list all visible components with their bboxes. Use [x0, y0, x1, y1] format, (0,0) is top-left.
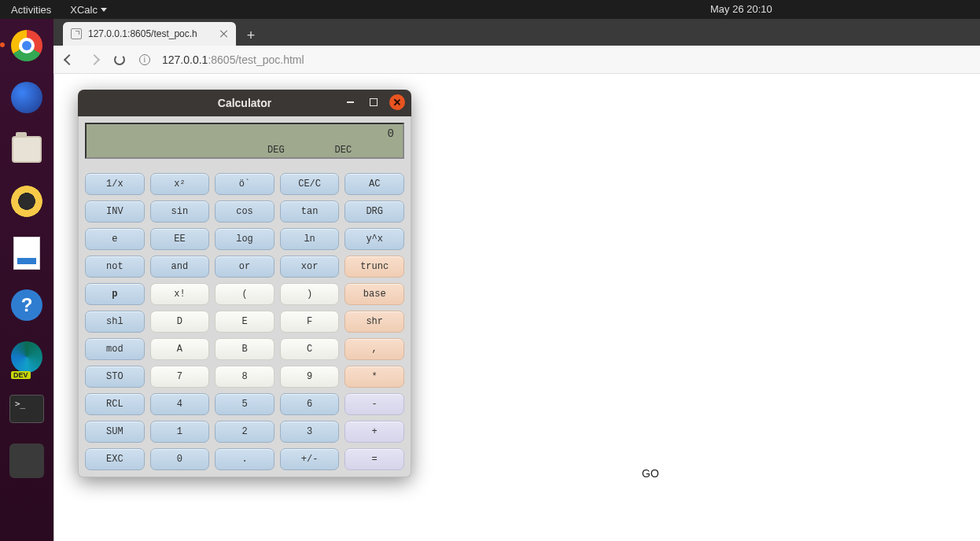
calculator-display: 0 DEG DEC [85, 123, 404, 159]
help-icon: ? [11, 289, 42, 321]
calc-key-or[interactable]: or [215, 256, 274, 278]
calc-key-cos[interactable]: cos [215, 201, 274, 223]
calc-key-5[interactable]: 5 [215, 393, 274, 415]
calc-key-rcl[interactable]: RCL [85, 393, 145, 415]
dock-thunderbird[interactable] [8, 79, 46, 116]
calc-key-exc[interactable]: EXC [85, 448, 145, 470]
dock-edge-dev[interactable]: DEV [8, 338, 46, 376]
calc-key-base[interactable]: base [344, 283, 404, 305]
reload-button[interactable] [112, 52, 127, 68]
calc-key-2[interactable]: 2 [215, 421, 274, 443]
clock[interactable]: May 26 20:10 [710, 0, 772, 19]
tab-close-icon[interactable] [220, 30, 228, 38]
calc-key-not[interactable]: not [85, 256, 145, 278]
dock-chrome[interactable] [8, 27, 46, 64]
calculator-body: 0 DEG DEC 1/xx²ö`CE/CACINVsincostanDRGeE… [78, 116, 411, 477]
calc-key-1x[interactable]: 1/x [85, 173, 145, 195]
calc-key-r4c2[interactable]: ( [215, 283, 274, 305]
calc-key-r6c4[interactable]: , [344, 338, 404, 360]
toolbar: i 127.0.0.1:8605/test_poc.html [53, 46, 980, 74]
files-icon [12, 136, 42, 163]
dock-files[interactable] [8, 131, 46, 168]
activities-button[interactable]: Activities [0, 4, 62, 16]
calc-key-6[interactable]: 6 [280, 393, 340, 415]
running-indicator-icon [0, 42, 5, 47]
close-button[interactable] [389, 94, 405, 110]
calc-key-r10c3[interactable]: +/- [280, 448, 340, 470]
chrome-icon [11, 30, 42, 61]
dock-help[interactable]: ? [8, 286, 46, 324]
calc-key-r0c2[interactable]: ö` [215, 173, 274, 195]
calc-key-0[interactable]: 0 [150, 448, 210, 470]
dock-terminal[interactable] [8, 390, 46, 428]
calc-key-r9c4[interactable]: + [344, 421, 404, 443]
speaker-icon [11, 186, 42, 217]
display-status: DEG DEC [94, 145, 395, 156]
calc-key-r4c3[interactable]: ) [280, 283, 340, 305]
minimize-button[interactable] [342, 94, 358, 110]
page-viewport: GO Calculator 0 DEG DEC 1/x [53, 74, 980, 541]
calc-key-7[interactable]: 7 [150, 366, 210, 388]
dock-trash[interactable] [8, 442, 46, 480]
go-link[interactable]: GO [642, 467, 659, 480]
calc-key-e[interactable]: E [215, 311, 274, 333]
calc-key-drg[interactable]: DRG [344, 201, 404, 223]
calc-key-ac[interactable]: AC [344, 173, 404, 195]
arrow-left-icon [64, 53, 75, 64]
calc-key-r8c4[interactable]: - [344, 393, 404, 415]
calc-key-x[interactable]: x! [150, 283, 210, 305]
calc-key-x[interactable]: x² [150, 173, 210, 195]
calc-key-mod[interactable]: mod [85, 338, 145, 360]
window-titlebar[interactable]: Calculator [78, 90, 411, 116]
url-path: :8605/test_poc.html [208, 53, 304, 66]
calc-key-8[interactable]: 8 [215, 366, 274, 388]
calc-key-r10c4[interactable]: = [344, 448, 404, 470]
calc-key-cec[interactable]: CE/C [280, 173, 340, 195]
site-info-button[interactable]: i [137, 52, 153, 68]
calc-key-4[interactable]: 4 [150, 393, 210, 415]
dock-writer[interactable] [8, 234, 46, 272]
calc-key-sto[interactable]: STO [85, 366, 145, 388]
calc-key-log[interactable]: log [215, 228, 274, 250]
back-button[interactable] [61, 52, 77, 68]
angle-mode: DEG [267, 145, 285, 156]
calc-key-a[interactable]: A [150, 338, 210, 360]
calc-key-b[interactable]: B [215, 338, 274, 360]
calc-key-p[interactable]: p [85, 283, 145, 305]
browser-tab[interactable]: 127.0.0.1:8605/test_poc.h [63, 22, 236, 46]
calc-key-sum[interactable]: SUM [85, 421, 145, 443]
calc-key-d[interactable]: D [150, 311, 210, 333]
window-controls [342, 94, 405, 110]
base-mode: DEC [335, 145, 352, 156]
calc-key-tan[interactable]: tan [280, 201, 340, 223]
app-menu[interactable]: XCalc [62, 4, 115, 16]
calc-key-r10c2[interactable]: . [215, 448, 274, 470]
calc-key-inv[interactable]: INV [85, 201, 145, 223]
trash-icon [9, 443, 44, 478]
calc-key-e[interactable]: e [85, 228, 145, 250]
dock-rhythmbox[interactable] [8, 182, 46, 220]
arrow-right-icon [89, 53, 100, 64]
calc-key-shl[interactable]: shl [85, 311, 145, 333]
calc-key-yx[interactable]: y^x [344, 228, 404, 250]
maximize-button[interactable] [366, 94, 381, 110]
address-bar[interactable]: 127.0.0.1:8605/test_poc.html [162, 53, 304, 66]
calc-key-c[interactable]: C [280, 338, 340, 360]
calc-key-ee[interactable]: EE [150, 228, 210, 250]
calc-key-and[interactable]: and [150, 256, 210, 278]
calc-key-xor[interactable]: xor [280, 256, 340, 278]
document-icon [13, 237, 40, 270]
calc-key-ln[interactable]: ln [280, 228, 340, 250]
calc-key-9[interactable]: 9 [280, 366, 340, 388]
chevron-down-icon [101, 8, 107, 12]
calc-key-shr[interactable]: shr [344, 311, 404, 333]
calculator-window: Calculator 0 DEG DEC 1/xx²ö`CE/CACINVsin… [78, 90, 411, 477]
calc-key-trunc[interactable]: trunc [344, 256, 404, 278]
forward-button[interactable] [87, 52, 102, 68]
calc-key-3[interactable]: 3 [280, 421, 340, 443]
calc-key-f[interactable]: F [280, 311, 340, 333]
calc-key-sin[interactable]: sin [150, 201, 210, 223]
calc-key-1[interactable]: 1 [150, 421, 210, 443]
calc-key-r7c4[interactable]: * [344, 366, 404, 388]
new-tab-button[interactable]: + [241, 25, 261, 46]
